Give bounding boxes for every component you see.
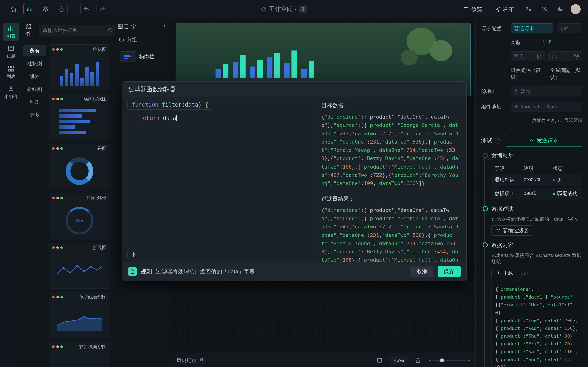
mapping-row: 数据项-1 data1 匹配成功 <box>491 188 582 199</box>
rail-list[interactable]: 列表 <box>3 63 19 81</box>
cancel-button[interactable]: 取消 <box>410 266 433 277</box>
rule-icon <box>128 267 137 276</box>
content-desc: ECharts 图表需符合 ECharts-setdata 数据规范 <box>491 252 582 265</box>
send-request-button[interactable]: 发送请求 <box>505 135 582 147</box>
global-interval-input[interactable]: 30秒 <box>548 51 583 61</box>
history-icon <box>200 358 205 363</box>
component-categories: 所有 柱状图 饼图 折线图 地图 更多 <box>22 42 47 367</box>
save-button[interactable]: 保存 <box>438 266 460 277</box>
request-type-select[interactable]: 普通请求 <box>510 23 553 33</box>
test-label: 测试 <box>481 137 492 144</box>
refresh-tip[interactable]: 更新内容请点击展示区域 <box>481 117 582 124</box>
svg-rect-34 <box>416 360 420 362</box>
workspace-title-text: 工作空间 - <box>269 5 296 13</box>
undo-button[interactable] <box>80 3 92 15</box>
code-editor[interactable]: function filter(data) { return data } <box>122 97 315 262</box>
card-title-hbar: 横向柱状图 <box>84 96 107 102</box>
properties-panel: 请求配置 普通请求 get 类型 方式 暂无秒 30秒 组件间隔（高级） 全局间… <box>476 18 588 367</box>
comp-addr-input[interactable]: /mock/chartData <box>510 102 582 112</box>
map-col-status: 状态 <box>553 165 579 172</box>
svg-rect-24 <box>240 55 245 78</box>
comp-card-area[interactable]: 单折线面积图 <box>49 292 110 338</box>
svg-point-7 <box>10 87 12 89</box>
svg-point-10 <box>69 272 71 273</box>
svg-rect-2 <box>9 46 13 51</box>
components-title: 组件 <box>26 23 32 38</box>
rail-info-label: 信息 <box>6 53 16 59</box>
drop-mode-button[interactable] <box>56 3 68 15</box>
cat-bar[interactable]: 柱状图 <box>23 58 46 69</box>
comp-card-pie[interactable]: 饼图 <box>49 144 110 190</box>
collapse-layers-button[interactable] <box>162 23 167 30</box>
rail-chart[interactable]: 图表 <box>3 23 19 41</box>
home-icon-button[interactable] <box>7 3 19 15</box>
svg-rect-27 <box>267 57 272 78</box>
svg-rect-6 <box>11 69 14 71</box>
avatar[interactable] <box>571 4 581 14</box>
help-icon[interactable]: ? <box>521 270 527 276</box>
download-button[interactable]: 下载 <box>491 268 518 278</box>
cat-line[interactable]: 折线图 <box>23 83 46 95</box>
comp-card-donut[interactable]: 饼图-环形 70% <box>49 193 110 239</box>
theme-toggle-button[interactable] <box>554 3 566 15</box>
zoom-value[interactable]: 42% <box>390 356 407 365</box>
card-title-line: 折线图 <box>93 244 107 251</box>
source-addr-input[interactable]: 暂无 <box>510 86 582 96</box>
method-sublabel: 方式 <box>541 39 552 46</box>
redo-button[interactable] <box>96 3 108 15</box>
comp-addr-label: 组件地址 <box>481 103 506 110</box>
content-title: 数据内容 <box>491 242 582 249</box>
comp-card-line[interactable]: 折线图 <box>49 243 110 289</box>
target-data-label: 目标数据： <box>321 102 460 109</box>
layer-group[interactable]: 分组 <box>118 34 167 45</box>
rail-info[interactable]: 信息 <box>3 43 19 61</box>
cat-all[interactable]: 所有 <box>23 45 46 56</box>
type-sublabel: 类型 <box>510 39 521 46</box>
request-method-select[interactable]: get <box>557 23 582 33</box>
chart-mode-button[interactable] <box>23 3 35 15</box>
category-rail: 图表 信息 列表 小组件 <box>0 18 22 367</box>
fit-screen-button[interactable] <box>373 354 385 366</box>
publish-button[interactable]: 发布 <box>491 3 518 15</box>
flash-icon <box>514 105 519 109</box>
svg-rect-3 <box>8 66 10 68</box>
translate-button[interactable] <box>522 3 534 15</box>
comp-card-area2[interactable]: 双折线面积图 <box>49 342 110 367</box>
source-addr-label: 源地址 <box>481 88 506 95</box>
flash-icon <box>514 89 519 94</box>
filter-icon <box>496 228 501 233</box>
svg-rect-4 <box>11 66 14 68</box>
rail-widget[interactable]: 小组件 <box>3 83 19 101</box>
preview-button[interactable]: 预览 <box>459 3 486 15</box>
magic-button[interactable] <box>538 3 550 15</box>
svg-rect-32 <box>309 61 314 78</box>
search-icon <box>108 27 112 33</box>
component-search-input[interactable] <box>39 25 115 36</box>
help-icon[interactable]: ? <box>494 137 501 144</box>
history-label: 历史记录 <box>176 357 197 364</box>
send-request-label: 发送请求 <box>536 137 559 144</box>
component-interval-input[interactable]: 暂无秒 <box>510 51 545 61</box>
flash-icon <box>529 138 534 143</box>
comp-card-bar[interactable]: 柱状图 <box>49 44 110 90</box>
top-bar: 工作空间 - 2 预览 发布 <box>0 0 588 18</box>
layer-item[interactable]: 横向柱... <box>118 49 167 64</box>
fn-signature: function filter(data) { <box>128 100 212 110</box>
layer-thumb <box>120 51 136 62</box>
comp-card-hbar[interactable]: 横向柱状图 <box>49 94 110 140</box>
canvas-footer: 历史记录 42% −+ <box>171 353 476 367</box>
monitor-icon <box>463 6 469 12</box>
svg-rect-14 <box>124 55 130 56</box>
svg-rect-5 <box>8 69 10 71</box>
svg-rect-33 <box>378 358 381 362</box>
cat-pie[interactable]: 饼图 <box>23 71 46 82</box>
layers-mode-button[interactable] <box>40 3 52 15</box>
rail-widget-label: 小组件 <box>4 94 18 100</box>
svg-point-9 <box>62 267 64 269</box>
cat-map[interactable]: 地图 <box>23 96 46 108</box>
zoom-slider[interactable]: −+ <box>429 357 470 363</box>
cat-more[interactable]: 更多 <box>23 109 46 121</box>
add-filter-button[interactable]: 新增过滤器 <box>491 225 533 236</box>
zoom-lock-button[interactable] <box>412 354 424 366</box>
svg-rect-15 <box>124 56 131 57</box>
